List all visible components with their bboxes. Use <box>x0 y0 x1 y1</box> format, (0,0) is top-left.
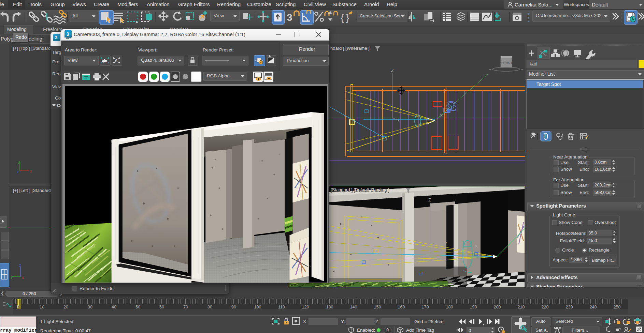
svg-text:Z: Z <box>428 197 431 202</box>
svg-text:A: A <box>115 58 118 63</box>
svg-text:Z: Z <box>391 68 394 73</box>
svg-text:x: x <box>22 275 24 279</box>
svg-text:z: z <box>17 170 19 174</box>
svg-text:x: x <box>30 169 32 173</box>
svg-text:3: 3 <box>55 35 57 40</box>
svg-text:y: y <box>445 241 447 245</box>
svg-text:{: { <box>341 12 344 23</box>
svg-text:}: } <box>346 12 349 23</box>
svg-text:MAX: MAX <box>55 41 59 43</box>
svg-text:X: X <box>440 113 443 118</box>
svg-text:3: 3 <box>67 31 69 37</box>
svg-text:X: X <box>475 244 478 249</box>
svg-text:3: 3 <box>287 12 292 23</box>
svg-text:z: z <box>19 263 21 267</box>
svg-text:y: y <box>11 275 13 279</box>
svg-text:y: y <box>18 160 20 164</box>
svg-text:MAX: MAX <box>66 37 71 40</box>
svg-text:FRONT: FRONT <box>501 61 513 65</box>
